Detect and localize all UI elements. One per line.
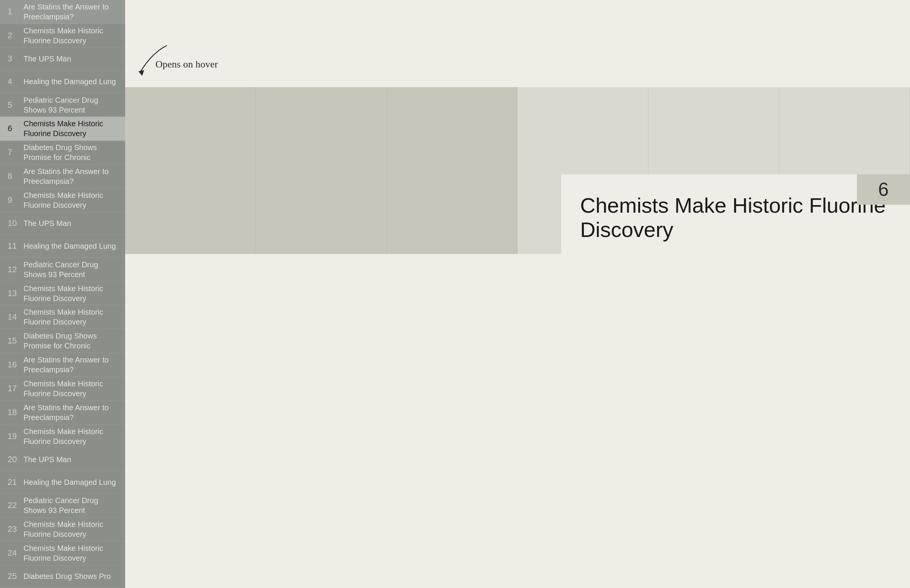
sidebar-item-23[interactable]: 23Chemists Make Historic Fluorine Discov… xyxy=(0,517,125,541)
sidebar-item-5[interactable]: 5Pediatric Cancer Drug Shows 93 Percent xyxy=(0,93,125,117)
thumb-cell-3 xyxy=(387,87,517,254)
sidebar-item-20[interactable]: 20The UPS Man xyxy=(0,448,125,471)
article-title: Chemists Make Historic Fluorine Discover… xyxy=(580,193,891,242)
sidebar-item-title-7: Diabetes Drug Shows Promise for Chronic xyxy=(24,142,118,162)
sidebar-item-title-11: Healing the Damaged Lung xyxy=(24,241,116,251)
sidebar-item-13[interactable]: 13Chemists Make Historic Fluorine Discov… xyxy=(0,282,125,305)
sidebar-item-15[interactable]: 15Diabetes Drug Shows Promise for Chroni… xyxy=(0,329,125,353)
top-section: Opens on hover xyxy=(125,0,910,87)
sidebar-item-title-4: Healing the Damaged Lung xyxy=(24,77,116,86)
sidebar-item-number-15: 15 xyxy=(8,336,24,346)
sidebar-item-title-20: The UPS Man xyxy=(24,454,71,464)
sidebar-item-title-16: Are Statins the Answer to Preeclampsia? xyxy=(24,355,118,375)
sidebar-item-title-23: Chemists Make Historic Fluorine Discover… xyxy=(24,519,118,539)
annotation-arrow-svg xyxy=(129,38,189,83)
sidebar-item-title-8: Are Statins the Answer to Preeclampsia? xyxy=(24,166,118,186)
bottom-section xyxy=(125,254,910,588)
sidebar-item-14[interactable]: 14Chemists Make Historic Fluorine Discov… xyxy=(0,305,125,329)
thumb-cell-1 xyxy=(125,87,256,254)
sidebar-item-10[interactable]: 10The UPS Man xyxy=(0,212,125,235)
sidebar-item-number-23: 23 xyxy=(8,524,24,534)
sidebar-item-number-9: 9 xyxy=(8,195,24,205)
sidebar-item-25[interactable]: 25Diabetes Drug Shows Pro xyxy=(0,565,125,588)
sidebar-item-title-5: Pediatric Cancer Drug Shows 93 Percent xyxy=(24,95,118,115)
sidebar-item-number-5: 5 xyxy=(8,100,24,110)
sidebar-item-title-9: Chemists Make Historic Fluorine Discover… xyxy=(24,190,118,210)
sidebar-item-title-1: Are Statins the Answer to Preeclampsia? xyxy=(24,2,118,22)
sidebar-item-24[interactable]: 24Chemists Make Historic Fluorine Discov… xyxy=(0,541,125,565)
sidebar-item-1[interactable]: 1Are Statins the Answer to Preeclampsia? xyxy=(0,0,125,24)
sidebar-item-number-24: 24 xyxy=(8,548,24,558)
sidebar-item-number-3: 3 xyxy=(8,54,24,64)
thumbnail-strip: 6 Chemists Make Historic Fluorine Discov… xyxy=(125,87,910,254)
article-number-badge: 6 xyxy=(857,174,910,205)
sidebar-item-title-24: Chemists Make Historic Fluorine Discover… xyxy=(24,543,118,563)
sidebar-item-title-22: Pediatric Cancer Drug Shows 93 Percent xyxy=(24,496,118,515)
sidebar-item-title-17: Chemists Make Historic Fluorine Discover… xyxy=(24,379,118,399)
sidebar-item-number-19: 19 xyxy=(8,431,24,441)
sidebar-item-17[interactable]: 17Chemists Make Historic Fluorine Discov… xyxy=(0,377,125,401)
sidebar-item-number-2: 2 xyxy=(8,31,24,40)
sidebar-item-title-19: Chemists Make Historic Fluorine Discover… xyxy=(24,426,118,446)
sidebar-item-number-18: 18 xyxy=(8,407,24,417)
sidebar-item-title-3: The UPS Man xyxy=(24,54,71,64)
sidebar-item-2[interactable]: 2Chemists Make Historic Fluorine Discove… xyxy=(0,24,125,48)
main-content: Opens on hover 6 Chemists Make Historic … xyxy=(125,0,910,588)
sidebar-item-number-11: 11 xyxy=(8,241,24,251)
sidebar-item-16[interactable]: 16Are Statins the Answer to Preeclampsia… xyxy=(0,353,125,377)
sidebar-item-11[interactable]: 11Healing the Damaged Lung xyxy=(0,235,125,258)
sidebar-item-12[interactable]: 12Pediatric Cancer Drug Shows 93 Percent xyxy=(0,258,125,282)
sidebar-item-title-2: Chemists Make Historic Fluorine Discover… xyxy=(24,26,118,45)
svg-marker-0 xyxy=(138,70,144,76)
sidebar-item-7[interactable]: 7Diabetes Drug Shows Promise for Chronic xyxy=(0,141,125,165)
sidebar-item-18[interactable]: 18Are Statins the Answer to Preeclampsia… xyxy=(0,401,125,425)
sidebar-item-21[interactable]: 21Healing the Damaged Lung xyxy=(0,471,125,494)
sidebar-item-number-6: 6 xyxy=(8,124,24,134)
sidebar-item-title-12: Pediatric Cancer Drug Shows 93 Percent xyxy=(24,260,118,279)
sidebar-item-number-22: 22 xyxy=(8,501,24,510)
sidebar-item-number-20: 20 xyxy=(8,454,24,464)
sidebar-item-number-17: 17 xyxy=(8,384,24,394)
article-number: 6 xyxy=(878,179,889,200)
sidebar-item-number-4: 4 xyxy=(8,77,24,86)
sidebar-item-number-16: 16 xyxy=(8,360,24,370)
sidebar-item-19[interactable]: 19Chemists Make Historic Fluorine Discov… xyxy=(0,425,125,449)
sidebar-item-4[interactable]: 4Healing the Damaged Lung xyxy=(0,71,125,93)
sidebar-item-number-1: 1 xyxy=(8,7,24,17)
sidebar-item-number-8: 8 xyxy=(8,171,24,181)
sidebar-item-title-18: Are Statins the Answer to Preeclampsia? xyxy=(24,402,118,422)
sidebar-item-9[interactable]: 9Chemists Make Historic Fluorine Discove… xyxy=(0,188,125,212)
sidebar-item-title-14: Chemists Make Historic Fluorine Discover… xyxy=(24,307,118,327)
sidebar-item-number-21: 21 xyxy=(8,477,24,487)
sidebar-item-title-10: The UPS Man xyxy=(24,218,71,228)
sidebar-item-number-12: 12 xyxy=(8,265,24,275)
sidebar-item-6[interactable]: 6Chemists Make Historic Fluorine Discove… xyxy=(0,117,125,141)
sidebar-item-title-25: Diabetes Drug Shows Pro xyxy=(24,571,111,581)
sidebar-item-number-25: 25 xyxy=(8,571,24,581)
sidebar-item-8[interactable]: 8Are Statins the Answer to Preeclampsia? xyxy=(0,165,125,188)
sidebar-item-number-14: 14 xyxy=(8,312,24,322)
sidebar-item-3[interactable]: 3The UPS Man xyxy=(0,48,125,71)
thumb-cell-2 xyxy=(256,87,387,254)
sidebar-item-number-10: 10 xyxy=(8,218,24,228)
sidebar-item-title-15: Diabetes Drug Shows Promise for Chronic xyxy=(24,331,118,351)
sidebar-item-number-13: 13 xyxy=(8,289,24,298)
sidebar-item-22[interactable]: 22Pediatric Cancer Drug Shows 93 Percent xyxy=(0,494,125,517)
sidebar-item-title-21: Healing the Damaged Lung xyxy=(24,477,116,487)
sidebar-item-title-6: Chemists Make Historic Fluorine Discover… xyxy=(24,119,118,138)
sidebar-item-number-7: 7 xyxy=(8,147,24,157)
sidebar: 1Are Statins the Answer to Preeclampsia?… xyxy=(0,0,125,588)
sidebar-item-title-13: Chemists Make Historic Fluorine Discover… xyxy=(24,284,118,303)
